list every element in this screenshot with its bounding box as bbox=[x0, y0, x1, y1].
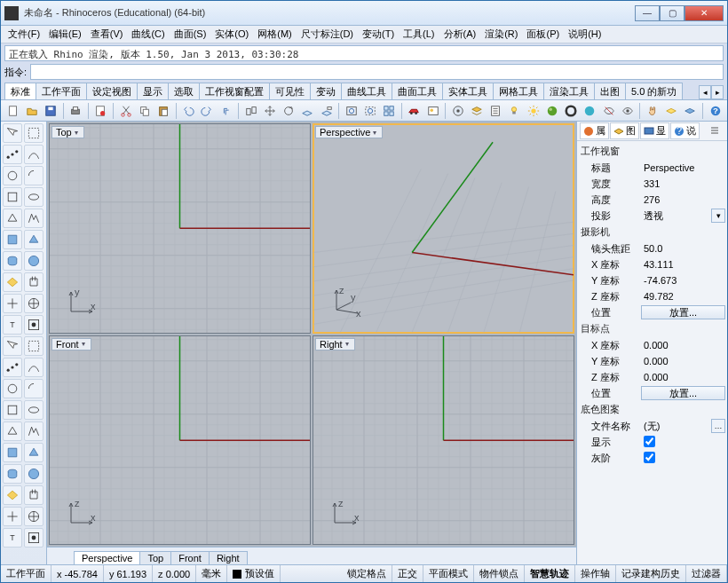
tool-polyline-icon[interactable] bbox=[24, 421, 44, 441]
viewport-tab[interactable]: Right bbox=[209, 551, 248, 564]
open-file-icon[interactable] bbox=[23, 102, 40, 120]
option-tab[interactable]: 渲染工具 bbox=[543, 83, 595, 99]
option-tab[interactable]: 出图 bbox=[594, 83, 626, 99]
cplane-named-icon[interactable] bbox=[318, 102, 335, 120]
status-cplane[interactable]: 工作平面 bbox=[1, 565, 51, 582]
tool-points-icon[interactable] bbox=[3, 358, 22, 377]
command-input[interactable] bbox=[30, 64, 724, 80]
tool-ellipse-icon[interactable] bbox=[24, 187, 44, 207]
option-tab[interactable]: 5.0 的新功 bbox=[625, 83, 683, 99]
show-icon[interactable] bbox=[619, 102, 636, 120]
tool-text-icon[interactable]: T bbox=[3, 315, 22, 335]
camz-value[interactable]: 49.782 bbox=[641, 291, 725, 302]
camx-value[interactable]: 43.111 bbox=[641, 259, 725, 270]
maximize-button[interactable]: ▢ bbox=[660, 5, 684, 21]
chevron-down-icon[interactable]: ▾ bbox=[82, 340, 85, 348]
tool-arc-icon[interactable] bbox=[24, 379, 44, 398]
tool-lasso-select-icon[interactable] bbox=[24, 123, 44, 143]
viewport-right-label[interactable]: Right▾ bbox=[315, 338, 355, 351]
option-tab[interactable]: 显示 bbox=[137, 83, 169, 99]
menu-item[interactable]: 变动(T) bbox=[359, 27, 398, 42]
tool-render-frame-icon[interactable] bbox=[24, 315, 44, 335]
viewport-perspective[interactable]: Perspective▾ zxy bbox=[313, 123, 574, 334]
viewport-tab[interactable]: Top bbox=[139, 551, 171, 564]
render-preview-icon[interactable] bbox=[424, 102, 441, 120]
tool-sphere-icon[interactable] bbox=[24, 464, 44, 484]
viewport-perspective-label[interactable]: Perspective▾ bbox=[315, 126, 383, 138]
cut-icon[interactable] bbox=[117, 102, 134, 120]
option-tab[interactable]: 选取 bbox=[168, 83, 200, 99]
tool-move-xy-icon[interactable] bbox=[3, 507, 22, 526]
tool-extract-icon[interactable] bbox=[24, 485, 44, 505]
chevron-down-icon[interactable]: ▾ bbox=[345, 340, 349, 348]
properties-icon[interactable] bbox=[487, 102, 504, 120]
sun-icon[interactable] bbox=[525, 102, 542, 120]
option-tab[interactable]: 工作视窗配置 bbox=[199, 83, 270, 99]
tool-extract-icon[interactable] bbox=[24, 272, 44, 292]
tool-polygon-icon[interactable] bbox=[3, 421, 22, 441]
tz-value[interactable]: 0.000 bbox=[641, 372, 725, 382]
status-toggle[interactable]: 记录建构历史 bbox=[616, 565, 686, 582]
tool-cylinder-icon[interactable] bbox=[3, 464, 22, 484]
close-button[interactable]: ✕ bbox=[684, 5, 724, 21]
target-place-button[interactable]: 放置... bbox=[641, 386, 725, 400]
menu-item[interactable]: 工具(L) bbox=[400, 27, 438, 42]
light-icon[interactable] bbox=[506, 102, 523, 120]
tool-analyse-icon[interactable] bbox=[24, 294, 44, 313]
menu-item[interactable]: 分析(A) bbox=[440, 27, 480, 42]
menu-item[interactable]: 说明(H) bbox=[565, 27, 605, 42]
status-toggle[interactable]: 智慧轨迹 bbox=[525, 565, 575, 582]
tool-box-icon[interactable] bbox=[3, 230, 22, 249]
help-icon[interactable]: ? bbox=[707, 102, 724, 120]
tool-circle-icon[interactable] bbox=[3, 379, 22, 398]
option-tab[interactable]: 网格工具 bbox=[493, 83, 544, 99]
viewport-front[interactable]: Front▾ zx bbox=[49, 335, 311, 546]
ty-value[interactable]: 0.000 bbox=[641, 356, 725, 366]
tool-render-frame-icon[interactable] bbox=[24, 528, 44, 548]
option-tab[interactable]: 实体工具 bbox=[442, 83, 494, 99]
menu-item[interactable]: 曲面(S) bbox=[170, 27, 210, 42]
layer-blue-icon[interactable] bbox=[682, 102, 699, 120]
tool-curve-icon[interactable] bbox=[24, 358, 44, 377]
projection-dropdown[interactable]: ▾ bbox=[711, 209, 725, 223]
material-cyan-icon[interactable] bbox=[582, 102, 598, 120]
layer-yellow-icon[interactable] bbox=[663, 102, 680, 120]
status-toggle[interactable]: 操作轴 bbox=[575, 565, 616, 582]
option-tab[interactable]: 可见性 bbox=[269, 83, 311, 99]
tool-pointer-icon[interactable] bbox=[3, 336, 22, 356]
minimize-button[interactable]: — bbox=[635, 5, 660, 21]
menu-item[interactable]: 面板(P) bbox=[523, 27, 563, 42]
menu-item[interactable]: 文件(F) bbox=[4, 27, 44, 42]
status-toggle[interactable]: 锁定格点 bbox=[342, 565, 392, 582]
tool-box-icon[interactable] bbox=[3, 443, 22, 462]
status-layer[interactable]: 预设值 bbox=[227, 565, 281, 582]
status-toggle[interactable]: 过滤器 bbox=[686, 565, 727, 582]
tool-rectangle-icon[interactable] bbox=[3, 400, 22, 420]
material-ball-icon[interactable] bbox=[543, 102, 560, 120]
material-ring-icon[interactable] bbox=[563, 102, 580, 120]
menu-item[interactable]: 尺寸标注(D) bbox=[297, 27, 357, 42]
tool-cone-icon[interactable] bbox=[24, 230, 44, 249]
tool-cylinder-icon[interactable] bbox=[3, 251, 22, 271]
tool-lasso-select-icon[interactable] bbox=[24, 336, 44, 356]
tool-cone-icon[interactable] bbox=[24, 443, 44, 462]
viewport-top-label[interactable]: Top▾ bbox=[51, 126, 84, 138]
props-tab-properties[interactable]: 属 bbox=[580, 122, 609, 139]
lens-value[interactable]: 50.0 bbox=[641, 243, 725, 254]
print-icon[interactable] bbox=[67, 102, 84, 120]
viewport-top[interactable]: Top▾ yx bbox=[49, 123, 311, 334]
menu-item[interactable]: 编辑(E) bbox=[45, 27, 85, 42]
tool-pointer-icon[interactable] bbox=[3, 123, 22, 143]
copy-icon[interactable] bbox=[136, 102, 153, 120]
wallpaper-show-checkbox[interactable] bbox=[644, 436, 655, 447]
save-file-icon[interactable] bbox=[42, 102, 59, 120]
menu-item[interactable]: 曲线(C) bbox=[128, 27, 168, 42]
tool-star-icon[interactable] bbox=[3, 272, 22, 292]
undo-icon[interactable] bbox=[180, 102, 197, 120]
panel-menu-icon[interactable] bbox=[707, 122, 724, 140]
tool-text-icon[interactable]: T bbox=[3, 528, 22, 548]
option-tab[interactable]: 标准 bbox=[4, 83, 36, 99]
tx-value[interactable]: 0.000 bbox=[641, 340, 725, 351]
wallpaper-gray-checkbox[interactable] bbox=[644, 452, 655, 463]
menu-item[interactable]: 实体(O) bbox=[211, 27, 252, 42]
